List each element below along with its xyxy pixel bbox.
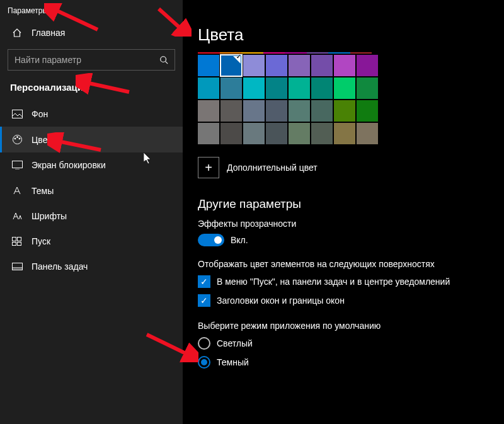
radio-light-mode[interactable]: Светлый [198, 337, 489, 350]
sidebar-item-themes[interactable]: Темы [0, 178, 183, 203]
color-swatch[interactable] [334, 55, 355, 76]
sidebar: Параметры Главная Найти параметр Персона… [0, 0, 183, 424]
checkbox-label: Заголовки окон и границы окон [217, 295, 345, 306]
home-label: Главная [32, 28, 65, 38]
start-icon [11, 237, 23, 246]
color-swatch[interactable] [220, 55, 242, 76]
sidebar-item-background[interactable]: Фон [0, 101, 183, 127]
accent-preview-line [198, 52, 372, 54]
checkbox-start-taskbar[interactable]: ✓ В меню "Пуск", на панели задач и в цен… [198, 275, 489, 288]
sidebar-item-label: Темы [32, 186, 54, 196]
color-swatch[interactable] [198, 77, 219, 99]
accent-preview-swatch [198, 52, 220, 54]
sidebar-item-label: Панель задач [32, 261, 88, 272]
color-swatch[interactable] [198, 55, 219, 76]
svg-point-0 [161, 57, 166, 62]
accent-preview-swatch [241, 52, 263, 54]
surfaces-label: Отображать цвет элементов на следующих п… [198, 259, 489, 269]
color-swatch[interactable] [289, 123, 310, 144]
sidebar-item-label: Пуск [32, 236, 50, 246]
color-swatch[interactable] [220, 77, 242, 99]
svg-rect-1 [12, 110, 22, 118]
sidebar-item-fonts[interactable]: Шрифты [0, 203, 183, 229]
lockscreen-icon [11, 161, 23, 169]
search-placeholder: Найти параметр [14, 55, 81, 65]
color-swatch[interactable] [198, 123, 219, 144]
color-swatch[interactable] [289, 55, 310, 76]
color-swatch[interactable] [220, 123, 242, 144]
color-swatch[interactable] [266, 100, 287, 122]
page-title: Цвета [198, 25, 489, 45]
other-settings-heading: Другие параметры [198, 197, 489, 211]
sidebar-item-colors[interactable]: Цвета [0, 127, 183, 152]
radio-icon [198, 337, 210, 350]
color-row [198, 123, 489, 144]
color-swatch[interactable] [357, 100, 378, 122]
color-swatch[interactable] [334, 100, 355, 122]
taskbar-icon [11, 263, 23, 270]
window-title: Параметры [0, 4, 183, 21]
sidebar-nav: Фон Цвета Экран блокировки Темы [0, 101, 183, 279]
radio-dark-mode[interactable]: Темный [198, 356, 489, 369]
checkbox-label: В меню "Пуск", на панели задач и в центр… [217, 277, 450, 287]
home-button[interactable]: Главная [0, 21, 183, 44]
radio-label: Темный [217, 357, 249, 367]
transparency-toggle[interactable]: Вкл. [198, 234, 489, 246]
search-input[interactable]: Найти параметр [8, 49, 175, 71]
section-title: Персонализация [0, 79, 183, 101]
color-swatch[interactable] [198, 100, 219, 122]
toggle-track [198, 234, 224, 246]
color-swatch[interactable] [220, 100, 242, 122]
color-row [198, 77, 489, 99]
svg-rect-7 [13, 238, 16, 241]
color-swatch[interactable] [266, 55, 287, 76]
palette-icon [11, 134, 23, 145]
color-swatch[interactable] [357, 123, 378, 144]
content-pane: Цвета + Дополнительный цвет Другие парам… [183, 0, 504, 424]
accent-preview-swatch [350, 52, 372, 54]
sidebar-item-taskbar[interactable]: Панель задач [0, 254, 183, 279]
checkbox-title-bars[interactable]: ✓ Заголовки окон и границы окон [198, 294, 489, 307]
sidebar-item-label: Цвета [32, 135, 56, 145]
color-swatch[interactable] [243, 100, 265, 122]
svg-point-5 [19, 138, 20, 139]
svg-rect-8 [18, 238, 21, 241]
toggle-state-label: Вкл. [231, 235, 248, 245]
svg-rect-10 [18, 243, 21, 246]
color-swatch[interactable] [266, 123, 287, 144]
svg-rect-12 [12, 268, 22, 270]
radio-icon [198, 356, 210, 369]
accent-preview-swatch [285, 52, 307, 54]
home-icon [11, 28, 23, 38]
color-swatch[interactable] [311, 55, 333, 76]
checkmark-icon: ✓ [198, 275, 210, 288]
color-swatch[interactable] [243, 77, 265, 99]
custom-color-button[interactable]: + Дополнительный цвет [198, 157, 489, 178]
svg-point-3 [14, 138, 16, 139]
color-swatch[interactable] [311, 123, 333, 144]
app-mode-label: Выберите режим приложения по умолчанию [198, 321, 489, 331]
color-swatch[interactable] [289, 100, 310, 122]
color-grid [198, 55, 489, 144]
color-swatch[interactable] [289, 77, 310, 99]
color-swatch[interactable] [243, 123, 265, 144]
color-swatch[interactable] [357, 55, 378, 76]
color-swatch[interactable] [266, 77, 287, 99]
color-swatch[interactable] [334, 77, 355, 99]
checkmark-icon: ✓ [198, 294, 210, 307]
color-row [198, 55, 489, 76]
color-swatch[interactable] [243, 55, 265, 76]
sidebar-item-label: Фон [32, 109, 48, 119]
color-swatch[interactable] [311, 100, 333, 122]
custom-color-label: Дополнительный цвет [227, 163, 318, 173]
fonts-icon [11, 212, 23, 221]
accent-preview-swatch [328, 52, 350, 54]
color-swatch[interactable] [334, 123, 355, 144]
color-swatch[interactable] [311, 77, 333, 99]
plus-icon: + [198, 157, 219, 178]
svg-rect-6 [12, 161, 22, 168]
sidebar-item-lockscreen[interactable]: Экран блокировки [0, 152, 183, 178]
search-icon [159, 55, 168, 64]
color-swatch[interactable] [357, 77, 378, 99]
sidebar-item-start[interactable]: Пуск [0, 229, 183, 254]
